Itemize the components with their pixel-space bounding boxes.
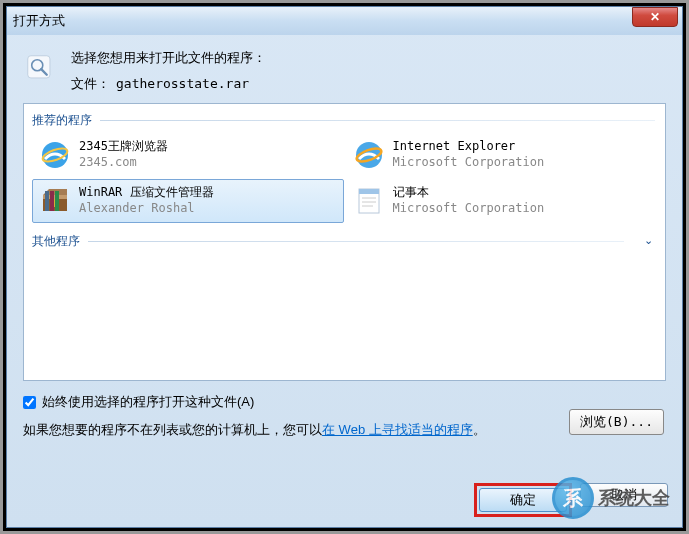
ie-gold-icon [353,139,385,171]
chevron-down-icon[interactable]: ⌄ [644,234,653,247]
window-title: 打开方式 [13,12,65,30]
recommended-group-label: 推荐的程序 [28,108,661,131]
program-listbox: 推荐的程序 2345王牌浏览器2345.comInternet Explorer… [23,103,666,381]
program-name: 记事本 [393,185,545,201]
file-name: gatherosstate.rar [116,76,249,91]
browse-button[interactable]: 浏览(B)... [569,409,664,435]
program-name: WinRAR 压缩文件管理器 [79,185,214,201]
magnifier-icon [23,51,61,89]
program-item-2[interactable]: WinRAR 压缩文件管理器Alexander Roshal [32,179,344,223]
notepad-icon [353,185,385,217]
titlebar[interactable]: 打开方式 ✕ [7,7,682,35]
program-publisher: Alexander Roshal [79,201,214,217]
svg-rect-11 [50,191,54,211]
svg-rect-12 [55,191,59,211]
program-name: Internet Explorer [393,139,545,155]
prompt-text: 选择您想用来打开此文件的程序： [71,49,666,67]
close-icon: ✕ [650,10,660,24]
ok-button[interactable]: 确定 [479,488,567,512]
web-search-link[interactable]: 在 Web 上寻找适当的程序 [322,422,473,437]
always-use-label[interactable]: 始终使用选择的程序打开这种文件(A) [42,393,254,411]
program-item-1[interactable]: Internet ExplorerMicrosoft Corporation [346,133,658,177]
program-item-3[interactable]: 记事本Microsoft Corporation [346,179,658,223]
program-publisher: Microsoft Corporation [393,201,545,217]
program-item-0[interactable]: 2345王牌浏览器2345.com [32,133,344,177]
cancel-button[interactable]: 取消 [580,483,668,507]
ok-button-highlight: 确定 [474,483,572,517]
close-button[interactable]: ✕ [632,7,678,27]
open-with-dialog: 打开方式 ✕ 选择您想用来打开此文件的程序： 文件：gatherosstate.… [6,6,683,528]
svg-rect-14 [359,189,379,194]
svg-rect-10 [45,191,49,211]
program-publisher: 2345.com [79,155,168,171]
always-use-checkbox[interactable] [23,396,36,409]
program-name: 2345王牌浏览器 [79,139,168,155]
program-publisher: Microsoft Corporation [393,155,545,171]
ie-blue-icon [39,139,71,171]
winrar-icon [39,185,71,217]
other-group-label: 其他程序 [28,229,644,252]
file-row: 文件：gatherosstate.rar [71,75,666,93]
file-label: 文件： [71,76,110,91]
